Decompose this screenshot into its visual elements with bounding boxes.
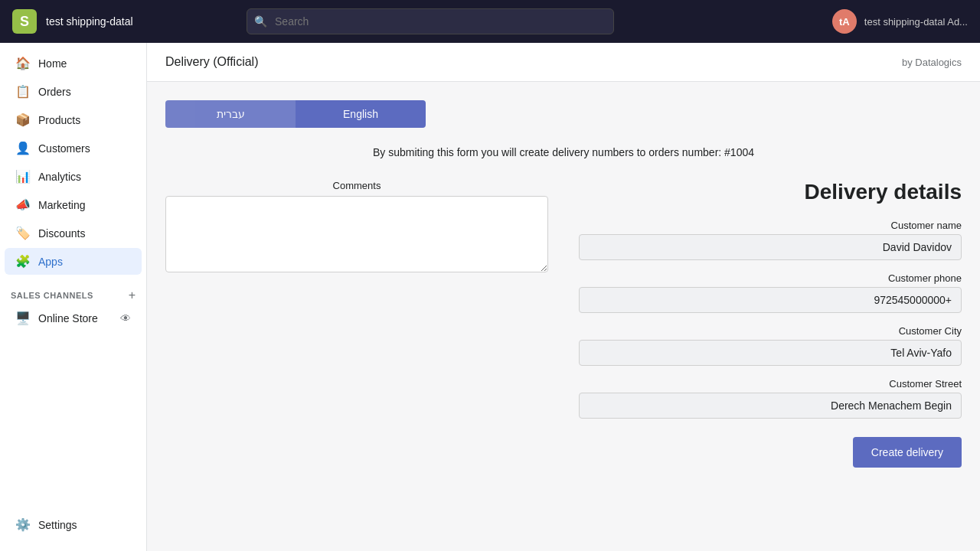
search-icon: 🔍 (254, 15, 267, 28)
sidebar-item-online-store[interactable]: 🖥️ Online Store 👁 (5, 305, 142, 331)
online-store-icon: 🖥️ (15, 311, 31, 325)
customer-city-group: Customer City (579, 325, 962, 366)
create-delivery-button[interactable]: Create delivery (853, 437, 962, 468)
tab-english[interactable]: English (296, 100, 426, 128)
store-name: test shipping-datal (46, 15, 133, 28)
delivery-details-title: Delivery details (579, 180, 962, 204)
discounts-icon: 🏷️ (15, 226, 31, 240)
sidebar-item-settings[interactable]: ⚙️ Settings (5, 511, 142, 538)
settings-icon: ⚙️ (15, 517, 31, 532)
app-by: by Datalogics (902, 57, 962, 68)
analytics-icon: 📊 (15, 169, 31, 184)
customer-name-input[interactable] (579, 234, 962, 260)
form-area: Comments Delivery details Customer name … (165, 180, 962, 468)
sidebar-item-analytics[interactable]: 📊 Analytics (5, 163, 142, 190)
customer-city-label: Customer City (579, 325, 962, 337)
customer-street-group: Customer Street (579, 378, 962, 419)
topbar-right: tA test shipping-datal Ad... (832, 9, 968, 34)
search-input[interactable] (247, 8, 614, 34)
search-container: 🔍 (247, 8, 614, 34)
customer-phone-label: Customer phone (579, 272, 962, 284)
sales-channels-header: SALES CHANNELS + (0, 282, 146, 305)
sidebar-item-apps[interactable]: 🧩 Apps (5, 248, 142, 275)
store-logo: S (12, 9, 37, 34)
apps-icon: 🧩 (15, 254, 31, 269)
app-header: Delivery (Official) by Datalogics (147, 43, 980, 82)
marketing-icon: 📣 (15, 197, 31, 212)
sidebar-bottom: ⚙️ Settings (0, 504, 146, 545)
language-tabs: עברית English (165, 100, 426, 128)
eye-icon: 👁 (120, 312, 131, 324)
sidebar-item-marketing[interactable]: 📣 Marketing (5, 191, 142, 218)
online-store-left: 🖥️ Online Store (15, 311, 98, 325)
tab-hebrew[interactable]: עברית (165, 100, 296, 128)
customers-icon: 👤 (15, 141, 31, 155)
customer-name-group: Customer name (579, 220, 962, 260)
comments-label: Comments (165, 180, 548, 191)
delivery-details-column: Delivery details Customer name Customer … (579, 180, 962, 468)
main-content: Delivery (Official) by Datalogics עברית … (147, 43, 980, 551)
sidebar-item-discounts[interactable]: 🏷️ Discounts (5, 220, 142, 246)
customer-street-label: Customer Street (579, 378, 962, 390)
sidebar-item-products[interactable]: 📦 Products (5, 106, 142, 133)
sidebar: 🏠 Home 📋 Orders 📦 Products 👤 Customers 📊… (0, 43, 147, 551)
sidebar-item-orders[interactable]: 📋 Orders (5, 78, 142, 105)
customer-phone-group: Customer phone (579, 272, 962, 313)
app-body: עברית English By submiting this form you… (147, 82, 980, 486)
customer-phone-input[interactable] (579, 287, 962, 313)
comments-column: Comments (165, 180, 548, 468)
sidebar-item-home[interactable]: 🏠 Home (5, 50, 142, 77)
sidebar-item-customers[interactable]: 👤 Customers (5, 135, 142, 161)
orders-icon: 📋 (15, 84, 31, 99)
home-icon: 🏠 (15, 56, 31, 70)
customer-street-input[interactable] (579, 393, 962, 419)
avatar[interactable]: tA (832, 9, 857, 34)
products-icon: 📦 (15, 112, 31, 127)
customer-name-label: Customer name (579, 220, 962, 231)
add-sales-channel-button[interactable]: + (129, 289, 136, 302)
app-title: Delivery (Official) (165, 55, 259, 69)
info-text: By submiting this form you will create d… (165, 146, 962, 158)
topbar: S test shipping-datal 🔍 tA test shipping… (0, 0, 980, 43)
comments-input[interactable] (165, 196, 548, 272)
customer-city-input[interactable] (579, 340, 962, 366)
account-name: test shipping-datal Ad... (864, 16, 968, 28)
